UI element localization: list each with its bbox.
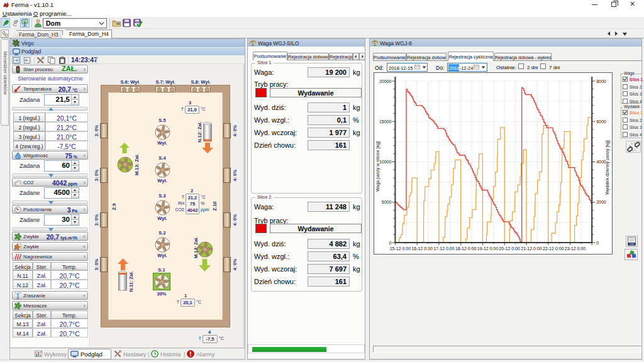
svg-text:23-12 0:00: 23-12 0:00 [565,246,586,251]
svg-text:19-12 0:00: 19-12 0:00 [477,246,499,251]
svg-text:CSV: CSV [630,243,635,246]
svg-text:15-12 0:00: 15-12 0:00 [390,246,411,251]
svg-text:16-12 0:00: 16-12 0:00 [411,246,433,251]
svg-text:20-12 0:00: 20-12 0:00 [499,246,520,251]
svg-text:5000: 5000 [382,200,392,204]
svg-text:21-12 0:00: 21-12 0:00 [521,246,542,251]
svg-text:2000: 2000 [596,200,606,204]
svg-text:15000: 15000 [379,119,392,124]
svg-text:Waga paszy w silosie [kg]: Waga paszy w silosie [kg] [375,141,380,192]
svg-text:18-12 0:00: 18-12 0:00 [455,246,477,251]
svg-text:17-12 0:00: 17-12 0:00 [433,246,455,251]
svg-text:Wydatek dzienny paszy [kg]: Wydatek dzienny paszy [kg] [605,140,610,195]
svg-text:0: 0 [596,241,599,245]
svg-text:20000: 20000 [379,79,392,84]
svg-text:0: 0 [389,241,391,245]
svg-text:10000: 10000 [379,160,392,164]
svg-text:8000: 8000 [596,79,606,84]
svg-text:22-12 0:00: 22-12 0:00 [543,246,564,251]
svg-text:6000: 6000 [596,119,606,124]
